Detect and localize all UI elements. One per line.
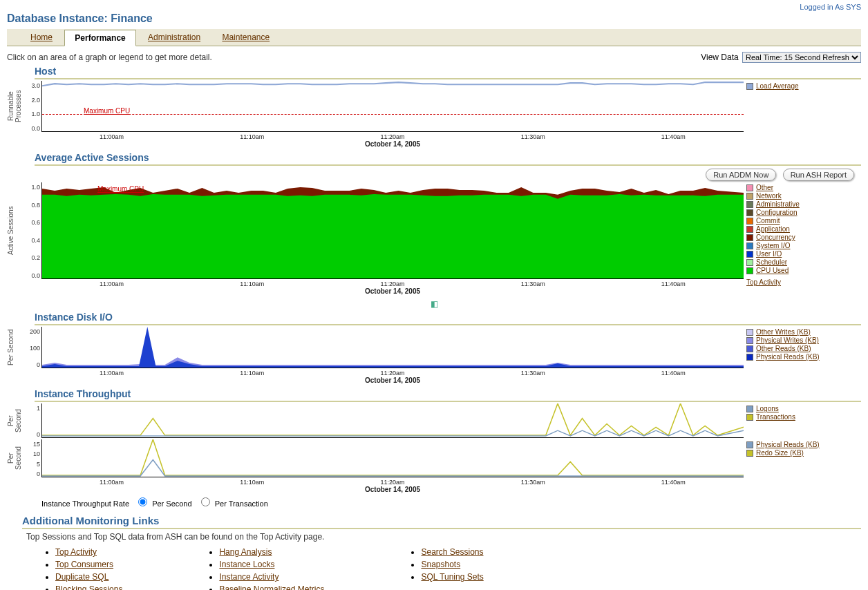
aas-legend-item[interactable]: Concurrency bbox=[746, 234, 858, 241]
aas-legend-item[interactable]: User I/O bbox=[746, 250, 858, 258]
addl-link-columns: Top ActivityTop ConsumersDuplicate SQLBl… bbox=[41, 547, 861, 590]
host-max-cpu-label[interactable]: Maximum CPU bbox=[84, 107, 130, 115]
aas-xaxis: 11:00am11:10am11:20am11:30am11:40am bbox=[41, 280, 744, 287]
legend-swatch bbox=[746, 414, 753, 421]
legend-swatch bbox=[746, 184, 753, 191]
host-yaxis: 3.02.01.00.0 bbox=[19, 81, 41, 132]
addl-link[interactable]: Instance Locks bbox=[219, 560, 274, 569]
aas-max-cpu-label[interactable]: Maximum CPU bbox=[97, 185, 144, 193]
x-tick: 11:20am bbox=[380, 370, 404, 377]
addl-link[interactable]: Snapshots bbox=[421, 560, 460, 569]
legend-label: Concurrency bbox=[756, 234, 795, 241]
thr-plot-2[interactable] bbox=[41, 439, 744, 477]
aas-chart[interactable]: Active Sessions 1.00.80.60.40.20.0 Maxim… bbox=[7, 182, 861, 279]
legend-label: CPU Used bbox=[756, 267, 789, 274]
addl-link[interactable]: Blocking Sessions bbox=[55, 584, 122, 590]
io-chart[interactable]: Per Second 2001000 Other Writes (KB)Phys… bbox=[7, 327, 861, 368]
top-activity-link[interactable]: Top Activity bbox=[746, 278, 858, 286]
legend-label: Other bbox=[756, 184, 773, 191]
aas-legend-item[interactable]: Application bbox=[746, 225, 858, 233]
aas-yaxis: 1.00.80.60.40.20.0 bbox=[19, 182, 41, 279]
io-date: October 14, 2005 bbox=[41, 377, 744, 384]
view-data-select[interactable]: Real Time: 15 Second Refresh bbox=[742, 52, 861, 63]
io-legend-item[interactable]: Physical Writes (KB) bbox=[746, 336, 858, 344]
io-legend-item[interactable]: Other Writes (KB) bbox=[746, 328, 858, 336]
tab-performance[interactable]: Performance bbox=[64, 30, 135, 46]
x-tick: 11:10am bbox=[240, 479, 264, 486]
run-ash-button[interactable]: Run ASH Report bbox=[783, 169, 854, 181]
host-chart[interactable]: Runnable Processes 3.02.01.00.0 Maximum … bbox=[7, 81, 861, 132]
run-addm-button[interactable]: Run ADDM Now bbox=[706, 169, 776, 181]
aas-plot[interactable]: Maximum CPU bbox=[41, 182, 744, 279]
addl-link-item: Snapshots bbox=[421, 560, 483, 569]
io-legend-item[interactable]: Physical Reads (KB) bbox=[746, 353, 858, 361]
aas-legend-item[interactable]: Other bbox=[746, 184, 858, 191]
legend-swatch bbox=[746, 251, 753, 258]
addl-link[interactable]: Top Consumers bbox=[55, 560, 113, 569]
thr-chart-1[interactable]: Per Second 10 LogonsTransactions bbox=[7, 403, 861, 438]
thr-chart-2[interactable]: Per Second 151050 Physical Reads (KB)Red… bbox=[7, 439, 861, 477]
radio-per-transaction-label: Per Transaction bbox=[215, 499, 268, 508]
x-tick: 11:40am bbox=[661, 133, 686, 140]
host-legend-item[interactable]: Load Average bbox=[746, 82, 858, 90]
addl-link[interactable]: Top Activity bbox=[55, 547, 97, 557]
legend-swatch bbox=[746, 450, 753, 457]
x-tick: 11:30am bbox=[521, 280, 545, 287]
aas-date: October 14, 2005 bbox=[41, 287, 744, 295]
aas-legend-item[interactable]: Commit bbox=[746, 217, 858, 225]
x-tick: 11:30am bbox=[521, 370, 545, 377]
thr-legend1-item[interactable]: Logons bbox=[746, 405, 858, 412]
thr-legend1-item[interactable]: Transactions bbox=[746, 413, 858, 421]
tab-administration[interactable]: Administration bbox=[138, 30, 210, 45]
addl-link[interactable]: Instance Activity bbox=[219, 572, 279, 582]
aas-legend-item[interactable]: Network bbox=[746, 192, 858, 200]
tab-maintenance[interactable]: Maintenance bbox=[212, 30, 279, 45]
x-tick: 11:00am bbox=[100, 479, 124, 486]
aas-legend-item[interactable]: CPU Used bbox=[746, 267, 858, 274]
io-legend: Other Writes (KB)Physical Writes (KB)Oth… bbox=[744, 327, 861, 368]
aas-legend-item[interactable]: System I/O bbox=[746, 242, 858, 249]
addl-link[interactable]: Duplicate SQL bbox=[55, 572, 108, 582]
thr-legend-1: LogonsTransactions bbox=[744, 403, 861, 438]
tab-home[interactable]: Home bbox=[21, 30, 62, 45]
legend-swatch bbox=[746, 267, 753, 274]
legend-swatch bbox=[746, 329, 753, 336]
thr-legend2-item[interactable]: Physical Reads (KB) bbox=[746, 441, 858, 448]
legend-swatch bbox=[746, 242, 753, 249]
thr-yaxis2: 151050 bbox=[19, 439, 41, 477]
thr-section-title: Instance Throughput bbox=[35, 388, 861, 402]
thr-yaxis1: 10 bbox=[19, 403, 41, 438]
io-plot[interactable] bbox=[41, 327, 744, 368]
addl-link[interactable]: SQL Tuning Sets bbox=[421, 572, 483, 582]
addl-link-item: Top Consumers bbox=[55, 560, 122, 569]
addl-link[interactable]: Baseline Normalized Metrics bbox=[219, 584, 324, 590]
view-data-control: View Data Real Time: 15 Second Refresh bbox=[701, 52, 861, 63]
legend-label: Scheduler bbox=[756, 258, 787, 266]
legend-label: Other Reads (KB) bbox=[756, 345, 811, 352]
aas-legend-item[interactable]: Configuration bbox=[746, 209, 858, 216]
io-ylabel: Per Second bbox=[7, 327, 19, 368]
addl-link[interactable]: Search Sessions bbox=[421, 547, 483, 557]
thr-plot-1[interactable] bbox=[41, 403, 744, 438]
legend-label: Logons bbox=[756, 405, 779, 412]
host-plot[interactable]: Maximum CPU bbox=[41, 81, 744, 132]
addl-link-item: Search Sessions bbox=[421, 547, 483, 557]
thr-legend2-item[interactable]: Redo Size (KB) bbox=[746, 449, 858, 457]
x-tick: 11:00am bbox=[100, 133, 124, 140]
radio-per-second[interactable] bbox=[138, 497, 147, 506]
aas-legend-item[interactable]: Administrative bbox=[746, 200, 858, 208]
io-legend-item[interactable]: Other Reads (KB) bbox=[746, 345, 858, 352]
host-section-title: Host bbox=[35, 66, 861, 79]
radio-per-transaction[interactable] bbox=[201, 497, 210, 506]
legend-swatch bbox=[746, 441, 753, 448]
thr-legend-2: Physical Reads (KB)Redo Size (KB) bbox=[744, 439, 861, 477]
legend-label: Commit bbox=[756, 217, 780, 225]
legend-label: Application bbox=[756, 225, 790, 233]
aas-legend-item[interactable]: Scheduler bbox=[746, 258, 858, 266]
throughput-rate-radios: Instance Throughput Rate Per Second Per … bbox=[41, 497, 861, 508]
addl-link[interactable]: Hang Analysis bbox=[219, 547, 272, 557]
legend-label: Administrative bbox=[756, 200, 800, 208]
view-data-label: View Data bbox=[701, 53, 738, 62]
detail-slider-icon[interactable]: ◧ bbox=[7, 299, 861, 309]
addl-link-item: Baseline Normalized Metrics bbox=[219, 584, 324, 590]
